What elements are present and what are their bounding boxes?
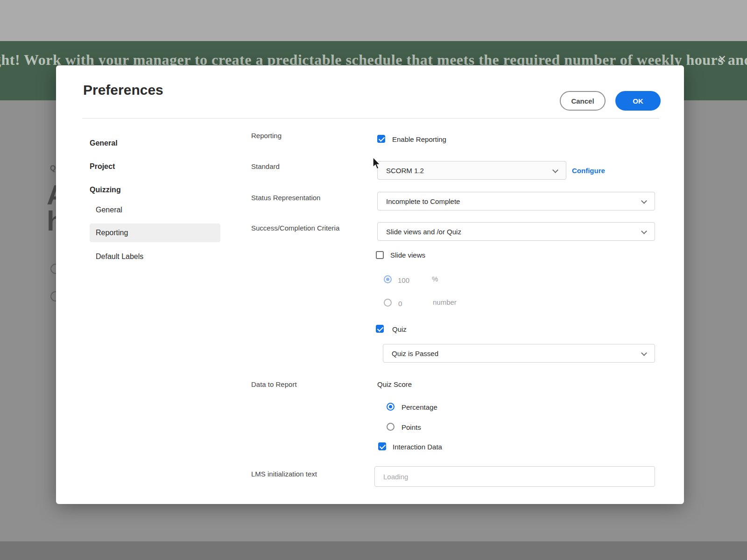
status-representation-dropdown-value: Incomplete to Complete (386, 197, 460, 205)
slide-views-number-radio[interactable] (384, 299, 392, 307)
background-peek-text: Q (50, 164, 56, 173)
cancel-button[interactable]: Cancel (560, 91, 606, 111)
slide-views-checkbox[interactable] (376, 251, 384, 259)
standard-dropdown-value: SCORM 1.2 (386, 167, 424, 175)
status-representation-label: Status Representation (251, 194, 320, 202)
slide-views-percent-radio[interactable] (384, 275, 392, 283)
ok-button[interactable]: OK (615, 91, 661, 111)
sidebar-item-project[interactable]: Project (90, 162, 115, 171)
configure-link[interactable]: Configure (572, 167, 605, 175)
quiz-label: Quiz (392, 325, 407, 333)
chevron-down-icon (641, 228, 647, 234)
background-top-strip (0, 0, 747, 41)
slide-views-percent-value: 100 (398, 276, 409, 284)
preferences-dialog: Preferences Cancel OK General Project Qu… (56, 65, 684, 504)
quiz-criteria-dropdown-value: Quiz is Passed (392, 350, 438, 357)
background-bottom-strip (0, 541, 747, 560)
slide-views-number-value: 0 (398, 300, 402, 308)
chevron-down-icon (641, 198, 647, 204)
reporting-section-label: Reporting (251, 132, 282, 140)
points-radio[interactable] (387, 423, 395, 431)
screen: ght! Work with your manager to create a … (0, 0, 747, 560)
chevron-down-icon (641, 350, 647, 356)
lms-initialization-text-label: LMS initialization text (251, 470, 317, 478)
standard-label: Standard (251, 162, 280, 170)
dialog-title: Preferences (83, 82, 163, 98)
percentage-radio[interactable] (387, 403, 395, 411)
interaction-data-label: Interaction Data (393, 443, 442, 451)
sidebar-item-quizzing-general[interactable]: General (96, 206, 122, 214)
sidebar-item-general[interactable]: General (90, 139, 118, 147)
standard-dropdown[interactable]: SCORM 1.2 (377, 161, 566, 180)
data-to-report-label: Data to Report (251, 380, 297, 388)
percentage-label: Percentage (402, 403, 437, 411)
quiz-criteria-dropdown[interactable]: Quiz is Passed (383, 344, 655, 363)
chevron-down-icon (552, 167, 558, 173)
enable-reporting-label: Enable Reporting (392, 135, 446, 143)
points-label: Points (402, 423, 421, 431)
slide-views-number-suffix: number (433, 298, 457, 306)
sidebar-item-quizzing[interactable]: Quizzing (90, 186, 121, 194)
success-completion-criteria-label: Success/Completion Criteria (251, 224, 339, 232)
sidebar-item-quizzing-reporting[interactable]: Reporting (90, 224, 220, 242)
quiz-checkbox[interactable] (376, 325, 384, 333)
slide-views-percent-suffix: % (432, 275, 438, 283)
slide-views-label: Slide views (390, 251, 425, 259)
close-icon[interactable]: ✕ (718, 53, 726, 65)
lms-initialization-text-input[interactable] (374, 466, 655, 487)
interaction-data-checkbox[interactable] (378, 442, 386, 450)
header-divider (82, 118, 659, 119)
success-completion-criteria-dropdown-value: Slide views and /or Quiz (386, 228, 461, 236)
success-completion-criteria-dropdown[interactable]: Slide views and /or Quiz (377, 222, 655, 241)
enable-reporting-checkbox[interactable] (377, 135, 385, 143)
sidebar-item-quizzing-default-labels[interactable]: Default Labels (96, 252, 143, 261)
status-representation-dropdown[interactable]: Incomplete to Complete (377, 192, 655, 210)
quiz-score-label: Quiz Score (377, 380, 412, 388)
